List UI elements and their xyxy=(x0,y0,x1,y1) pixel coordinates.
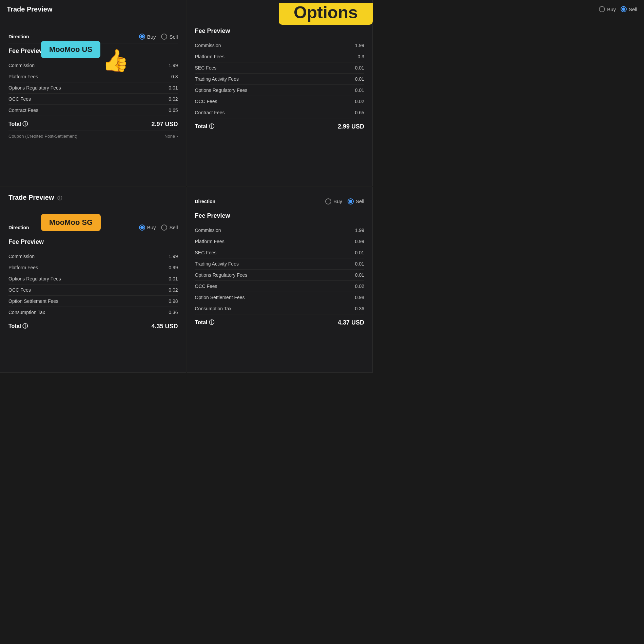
fee-row-trading-br: Trading Activity Fees 0.01 xyxy=(195,258,365,270)
quadrant-top-right: Fee Preview Commission 1.99 Platform Fee… xyxy=(187,0,373,187)
thumbs-up-icon: 👍 xyxy=(102,48,129,73)
fee-row-occ-bl: OCC Fees 0.02 xyxy=(8,285,178,296)
fee-list-tl: Commission 1.99 Platform Fees 0.3 Option… xyxy=(8,60,178,116)
fee-row-commission-bl: Commission 1.99 xyxy=(8,251,178,262)
total-info-icon-tl: ⓘ xyxy=(22,121,28,127)
fee-row-options-reg-bl: Options Regulatory Fees 0.01 xyxy=(8,273,178,285)
fee-row-commission-br: Commission 1.99 xyxy=(195,225,365,236)
quadrant-bottom-left: Trade Preview ⓘ MooMoo SG Direction Buy … xyxy=(0,187,187,373)
total-row-br: Total ⓘ 4.37 USD xyxy=(195,314,365,329)
fee-row-trading-tr: Trading Activity Fees 0.01 xyxy=(195,74,365,85)
total-info-icon-tr: ⓘ xyxy=(209,123,214,129)
fee-row-contract-tl: Contract Fees 0.65 xyxy=(8,105,178,116)
moomoo-us-badge: MooMoo US xyxy=(41,41,100,58)
fee-row-platform-tr: Platform Fees 0.3 xyxy=(195,51,365,62)
total-row-tr: Total ⓘ 2.99 USD xyxy=(195,118,365,133)
trade-preview-title-bl: Trade Preview xyxy=(8,194,54,201)
sell-circle-bl[interactable] xyxy=(161,225,167,231)
sell-option-br[interactable]: Sell xyxy=(348,198,364,204)
coupon-value-tl: None › xyxy=(164,134,178,139)
coupon-row-tl[interactable]: Coupon (Credited Post-Settlement) None › xyxy=(8,131,178,141)
quadrant-top-left: MooMoo US 👍 Direction Buy Sell Fee Previ… xyxy=(0,0,187,187)
fee-row-occ-tl: OCC Fees 0.02 xyxy=(8,94,178,105)
quadrant-bottom-right: Direction Buy Sell Fee Preview Commissio… xyxy=(187,187,373,373)
buy-circle-bl[interactable] xyxy=(139,225,145,231)
fee-row-sec-tr: SEC Fees 0.01 xyxy=(195,62,365,74)
total-row-tl: Total ⓘ 2.97 USD xyxy=(8,116,178,131)
sell-circle-tl[interactable] xyxy=(161,34,167,40)
fee-row-contract-tr: Contract Fees 0.65 xyxy=(195,107,365,118)
buy-circle-br[interactable] xyxy=(325,198,331,204)
fee-row-consumption-br: Consumption Tax 0.36 xyxy=(195,303,365,314)
fee-row-occ-br: OCC Fees 0.02 xyxy=(195,281,365,292)
sell-label-tl: Sell xyxy=(169,34,178,40)
fee-row-commission-tl: Commission 1.99 xyxy=(8,60,178,71)
buy-option-bl[interactable]: Buy xyxy=(139,225,156,231)
buy-circle-tl[interactable] xyxy=(139,34,145,40)
fee-row-consumption-bl: Consumption Tax 0.36 xyxy=(8,307,178,318)
direction-label-tl: Direction xyxy=(8,34,29,39)
sell-label-bl: Sell xyxy=(169,225,178,230)
buy-option-br[interactable]: Buy xyxy=(325,198,342,204)
moomoo-sg-badge: MooMoo SG xyxy=(41,214,101,231)
direction-radio-tl: Buy Sell xyxy=(139,34,178,40)
direction-label-br: Direction xyxy=(195,199,216,204)
fee-row-platform-bl: Platform Fees 0.99 xyxy=(8,262,178,273)
sell-option-tl[interactable]: Sell xyxy=(161,34,178,40)
fee-preview-title-br: Fee Preview xyxy=(195,212,365,219)
buy-label-tl: Buy xyxy=(147,34,156,40)
fee-list-tr: Commission 1.99 Platform Fees 0.3 SEC Fe… xyxy=(195,40,365,118)
buy-option-tl[interactable]: Buy xyxy=(139,34,156,40)
sell-circle-br[interactable] xyxy=(348,198,354,204)
fee-preview-title-tr: Fee Preview xyxy=(195,27,365,35)
fee-list-bl: Commission 1.99 Platform Fees 0.99 Optio… xyxy=(8,251,178,318)
fee-row-options-reg-br: Options Regulatory Fees 0.01 xyxy=(195,270,365,281)
fee-row-options-reg-tl: Options Regulatory Fees 0.01 xyxy=(8,82,178,94)
chevron-right-icon-tl: › xyxy=(176,134,178,139)
sell-label-br: Sell xyxy=(356,198,364,204)
direction-radio-bl: Buy Sell xyxy=(139,225,178,231)
buy-label-br: Buy xyxy=(333,198,342,204)
fee-preview-title-bl: Fee Preview xyxy=(8,238,178,246)
buy-label-bl: Buy xyxy=(147,225,156,230)
fee-row-settlement-br: Option Settlement Fees 0.98 xyxy=(195,292,365,303)
fee-row-options-reg-tr: Options Regulatory Fees 0.01 xyxy=(195,85,365,96)
total-info-icon-bl: ⓘ xyxy=(22,323,28,329)
fee-row-occ-tr: OCC Fees 0.02 xyxy=(195,96,365,107)
direction-label-bl: Direction xyxy=(8,225,29,230)
fee-row-platform-tl: Platform Fees 0.3 xyxy=(8,71,178,82)
direction-radio-br: Buy Sell xyxy=(325,198,364,204)
fee-row-sec-br: SEC Fees 0.01 xyxy=(195,247,365,258)
sell-option-bl[interactable]: Sell xyxy=(161,225,178,231)
fee-row-platform-br: Platform Fees 0.99 xyxy=(195,236,365,247)
total-row-bl: Total ⓘ 4.35 USD xyxy=(8,318,178,333)
fee-row-commission-tr: Commission 1.99 xyxy=(195,40,365,51)
total-info-icon-br: ⓘ xyxy=(209,319,214,325)
coupon-label-tl: Coupon (Credited Post-Settlement) xyxy=(8,134,77,139)
fee-list-br: Commission 1.99 Platform Fees 0.99 SEC F… xyxy=(195,225,365,314)
info-icon-bl: ⓘ xyxy=(57,195,62,201)
fee-row-settlement-bl: Option Settlement Fees 0.98 xyxy=(8,296,178,307)
